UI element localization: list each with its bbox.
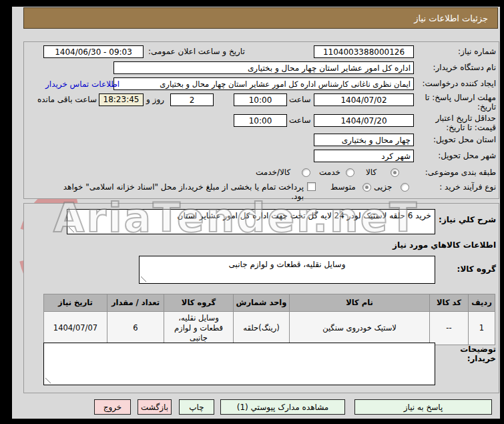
cell-quantity: 6	[107, 312, 164, 345]
cell-need-date: 1404/07/07	[44, 312, 107, 345]
price-validity-hour-field[interactable]	[234, 114, 287, 127]
treasury-checkbox-label: پرداخت تمام یا بخشی از مبلغ خرید،از محل …	[62, 182, 304, 202]
classification-radio-service[interactable]	[346, 168, 354, 177]
classification-option-goods-service: کالا/خدمت	[256, 168, 290, 177]
process-type-label: نوع فرآیند خرید :	[439, 182, 496, 192]
price-validity-label: حداقل تاریخ اعتبار قیمت: تا تاریخ:	[421, 114, 496, 133]
buyer-org-label: نام دستگاه خریدار:	[433, 63, 497, 72]
need-details-window: جزئیات اطلاعات نیاز شماره نیاز: تاریخ و …	[0, 0, 504, 424]
process-type-option-medium: متوسط	[330, 182, 356, 192]
col-item-code: کد کالا	[430, 294, 469, 312]
remaining-days-label: روز و	[146, 95, 164, 104]
remaining-days-field[interactable]	[170, 93, 214, 106]
cell-item-name: لاستیک خودروی سنگین	[290, 312, 430, 345]
deadline-hour-label: ساعت	[289, 95, 311, 104]
col-row-number: ردیف	[469, 294, 495, 312]
classification-label: طبقه بندی موضوعی:	[425, 168, 496, 177]
announce-datetime-field[interactable]	[43, 45, 144, 58]
delivery-city-label: شهر محل تحویل:	[438, 151, 496, 160]
classification-radio-goods-service[interactable]	[302, 168, 310, 177]
col-unit: واحد شمارش	[234, 294, 290, 312]
deadline-label: مهلت ارسال پاسخ: تا تاریخ:	[421, 93, 496, 112]
items-table: ردیف کد کالا نام کالا واحد شمارش گروه کا…	[43, 294, 495, 345]
deadline-date-field[interactable]	[314, 93, 414, 106]
cell-item-code: --	[430, 312, 469, 345]
respond-to-need-button[interactable]: پاسخ به نیاز	[354, 399, 492, 415]
print-button[interactable]: چاپ	[179, 399, 214, 415]
countdown-timer: 18:23:45	[99, 93, 144, 106]
col-quantity: تعداد / مقدار	[107, 294, 164, 312]
creator-label: ایجاد کننده درخواست:	[422, 79, 496, 88]
price-validity-date-field[interactable]	[314, 114, 414, 127]
col-item-name: نام کالا	[290, 294, 430, 312]
announce-datetime-label: تاریخ و ساعت اعلان عمومی:	[148, 47, 250, 56]
goods-group-label: گروه کالا:	[457, 264, 496, 274]
exit-button[interactable]: خروج	[94, 399, 131, 415]
delivery-province-field[interactable]	[314, 134, 414, 146]
treasury-checkbox[interactable]	[307, 182, 316, 191]
need-number-label: شماره نیاز:	[458, 47, 496, 56]
process-type-option-petty: جزیی	[374, 182, 392, 192]
page-title: جزئیات اطلاعات نیاز	[23, 7, 498, 29]
table-row: 1 -- لاستیک خودروی سنگین (رینگ)حلقه وسای…	[44, 312, 495, 345]
delivery-city-field[interactable]	[314, 150, 414, 162]
buyer-org-field[interactable]	[113, 61, 414, 74]
delivery-province-label: استان محل تحویل:	[433, 135, 496, 144]
goods-group-textarea[interactable]: وسایل نقلیه، قطعات و لوازم جانبی	[139, 256, 435, 284]
buyer-contact-link[interactable]: اطلاعات تماس خریدار	[45, 79, 119, 89]
classification-option-goods: کالا	[366, 168, 376, 177]
view-attached-docs-button[interactable]: مشاهده مدارک پیوستي (1)	[220, 399, 345, 415]
process-type-radio-petty[interactable]	[401, 183, 409, 192]
countdown-label: ساعت باقی مانده	[5, 95, 97, 104]
back-button[interactable]: بازگشت	[138, 399, 172, 415]
process-type-radio-medium[interactable]	[362, 183, 371, 192]
items-table-header-row: ردیف کد کالا نام کالا واحد شمارش گروه کا…	[44, 294, 495, 312]
cell-group: وسایل نقلیه، قطعات و لوازم جانبی	[164, 312, 234, 345]
classification-radio-goods[interactable]	[391, 168, 399, 177]
buyer-notes-label: توضیحات خریدار:	[455, 345, 496, 364]
classification-option-service: خدمت	[319, 168, 340, 177]
creator-field[interactable]	[113, 77, 414, 90]
col-group: گروه کالا	[164, 294, 234, 312]
need-number-field[interactable]	[314, 45, 414, 58]
items-section-title: اطلاعات کالاهاي مورد نیاز	[393, 240, 496, 250]
need-desc-textarea[interactable]: خرید 6 حلقه لاستیک لودر 24 لایه گل تخت ج…	[67, 209, 435, 234]
col-need-date: تاریخ نیاز	[44, 294, 107, 312]
price-validity-hour-label: ساعت	[289, 116, 311, 125]
buyer-notes-textarea[interactable]	[43, 343, 435, 385]
deadline-hour-field[interactable]	[234, 93, 287, 106]
cell-unit: (رینگ)حلقه	[234, 312, 290, 345]
cell-row-number: 1	[469, 312, 495, 345]
need-desc-label: شرح کلي نیاز:	[439, 215, 496, 224]
